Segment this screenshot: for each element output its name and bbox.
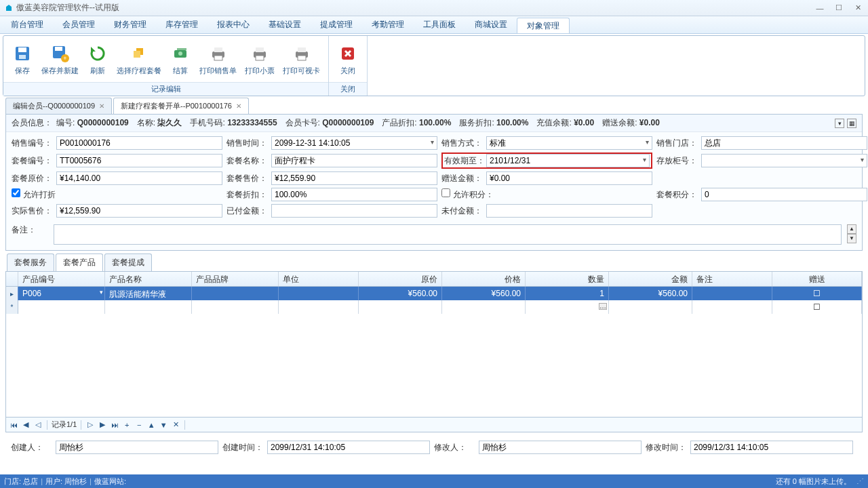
- ribbon-btn-label: 保存并新建: [41, 66, 79, 76]
- grid-cell[interactable]: [279, 287, 359, 300]
- input-sale-store[interactable]: [701, 136, 867, 150]
- ribbon-btn-print[interactable]: 打印可视卡: [279, 37, 324, 81]
- menu-item[interactable]: 考勤管理: [362, 16, 414, 33]
- ribbon-btn-settle[interactable]: 结算: [165, 37, 195, 81]
- table-row[interactable]: ▸P006▾肌源活能精华液¥560.00¥560.001¥560.00☐: [6, 287, 862, 300]
- document-tab[interactable]: 新建疗程套餐开单--P0010000176✕: [113, 98, 249, 114]
- pager-next-icon[interactable]: ▶: [98, 420, 107, 430]
- input-paid[interactable]: [271, 204, 437, 218]
- checkbox-allow-discount[interactable]: 允许打折: [12, 190, 56, 199]
- ribbon-btn-save[interactable]: 保存: [7, 37, 37, 81]
- input-remark[interactable]: [54, 224, 842, 245]
- gift-checkbox[interactable]: ☐: [772, 300, 862, 314]
- input-valid-to[interactable]: [486, 154, 650, 167]
- ribbon-btn-choose[interactable]: 选择疗程套餐: [113, 37, 165, 81]
- status-site-link[interactable]: 傲蓝网站:: [94, 476, 126, 487]
- sub-tab[interactable]: 套餐服务: [7, 253, 54, 271]
- menu-item[interactable]: 库存管理: [156, 16, 208, 33]
- pager-first-icon[interactable]: ⏮: [9, 420, 18, 430]
- pager-add-icon[interactable]: +: [122, 420, 132, 430]
- input-sale-price[interactable]: [271, 171, 437, 185]
- input-real-price[interactable]: [56, 204, 222, 218]
- grid-header-cell[interactable]: 赠送: [772, 272, 862, 286]
- checkbox-allow-points[interactable]: 允许积分：: [441, 190, 494, 199]
- input-store-cab[interactable]: [701, 154, 867, 167]
- grid-cell[interactable]: 1: [526, 287, 609, 300]
- sub-tab[interactable]: 套餐提成: [104, 253, 152, 271]
- document-tab[interactable]: 编辑会员--Q0000000109✕: [5, 98, 112, 114]
- menu-item[interactable]: 会员管理: [53, 16, 104, 33]
- dropdown-icon[interactable]: ▾: [835, 119, 844, 128]
- pager-cancel-icon[interactable]: ✕: [171, 420, 180, 430]
- input-pkg-pts[interactable]: [701, 188, 867, 201]
- ribbon-btn-refresh[interactable]: 刷新: [83, 37, 113, 81]
- menu-item[interactable]: 财务管理: [104, 16, 156, 33]
- input-orig-price[interactable]: [56, 171, 222, 185]
- close-icon[interactable]: ✕: [236, 102, 241, 110]
- ribbon-btn-label: 打印销售单: [199, 66, 237, 76]
- grid-cell[interactable]: [192, 287, 279, 300]
- grid-header-cell[interactable]: 产品品牌: [192, 272, 279, 286]
- grid-header-cell[interactable]: [6, 272, 18, 286]
- maximize-button[interactable]: ☐: [833, 3, 845, 13]
- ellipsis-icon[interactable]: …: [599, 303, 607, 310]
- sub-tab[interactable]: 套餐产品: [56, 253, 103, 271]
- document-tab-label: 编辑会员--Q0000000109: [13, 101, 95, 111]
- input-unpaid[interactable]: [486, 204, 652, 218]
- label-creator: 创建人：: [11, 442, 52, 453]
- refresh-icon: [87, 43, 108, 64]
- input-pkg-name[interactable]: [271, 154, 437, 167]
- menu-item[interactable]: 对象管理: [517, 18, 570, 33]
- pager-up-icon[interactable]: ▲: [146, 420, 156, 430]
- pager-last-icon[interactable]: ⏭: [110, 420, 119, 430]
- pager-down-icon[interactable]: ▼: [159, 420, 168, 430]
- grid-header-cell[interactable]: 数量: [526, 272, 609, 286]
- grid-cell[interactable]: ¥560.00: [609, 287, 692, 300]
- grid-cell[interactable]: [692, 287, 772, 300]
- remark-row: 备注： ▲ ▼: [6, 222, 862, 250]
- menu-item[interactable]: 提成管理: [311, 16, 362, 33]
- grid-header-cell[interactable]: 原价: [359, 272, 442, 286]
- ribbon-btn-print[interactable]: 打印销售单: [195, 37, 241, 81]
- menu-item[interactable]: 工具面板: [414, 16, 465, 33]
- valid-to-highlight: 有效期至：: [441, 152, 652, 169]
- info-value: 柒久久: [157, 118, 182, 127]
- member-card-icon[interactable]: ▦: [847, 119, 856, 128]
- input-sale-mode[interactable]: [486, 136, 652, 150]
- grid-cell[interactable]: ☐: [772, 287, 862, 300]
- grid-header-cell[interactable]: 产品编号: [18, 272, 105, 286]
- pager-prev-icon[interactable]: ◀: [21, 420, 31, 430]
- grid-header-cell[interactable]: 单位: [279, 272, 359, 286]
- grid-cell[interactable]: 肌源活能精华液: [105, 287, 192, 300]
- input-sale-no[interactable]: [56, 136, 222, 150]
- label-sale-store: 销售门店：: [656, 138, 697, 149]
- input-sale-time[interactable]: [271, 136, 437, 150]
- menu-item[interactable]: 报表中心: [208, 16, 259, 33]
- grid-header-cell[interactable]: 价格: [442, 272, 526, 286]
- grid-cell[interactable]: ¥560.00: [442, 287, 526, 300]
- input-pkg-no[interactable]: [56, 154, 222, 167]
- scroll-up-icon[interactable]: ▲: [847, 224, 856, 234]
- menu-item[interactable]: 前台管理: [1, 16, 53, 33]
- pager-prev2-icon[interactable]: ◁: [33, 420, 43, 430]
- ribbon-group-close: 关闭 关闭: [329, 36, 368, 96]
- ribbon-btn-close[interactable]: 关闭: [333, 37, 363, 81]
- close-icon[interactable]: ✕: [99, 102, 104, 110]
- scroll-down-icon[interactable]: ▼: [847, 234, 856, 243]
- pager-remove-icon[interactable]: −: [134, 420, 144, 430]
- pager-next2-icon[interactable]: ▷: [85, 420, 95, 430]
- menu-item[interactable]: 商城设置: [465, 16, 517, 33]
- ribbon-btn-print[interactable]: 打印小票: [241, 37, 279, 81]
- menu-item[interactable]: 基础设置: [259, 16, 311, 33]
- grid-cell[interactable]: ¥560.00: [359, 287, 442, 300]
- grid-header-cell[interactable]: 产品名称: [105, 272, 192, 286]
- grid-header-cell[interactable]: 备注: [692, 272, 772, 286]
- input-gift-amt[interactable]: [486, 171, 652, 185]
- grid-header-cell[interactable]: 金额: [609, 272, 692, 286]
- table-row-new[interactable]: *…☐: [6, 300, 862, 314]
- input-pkg-disc[interactable]: [271, 188, 437, 201]
- minimize-button[interactable]: —: [814, 3, 826, 13]
- ribbon-btn-save-new[interactable]: +保存并新建: [37, 37, 83, 81]
- grid-cell[interactable]: P006▾: [18, 287, 105, 300]
- close-window-button[interactable]: ✕: [852, 3, 864, 13]
